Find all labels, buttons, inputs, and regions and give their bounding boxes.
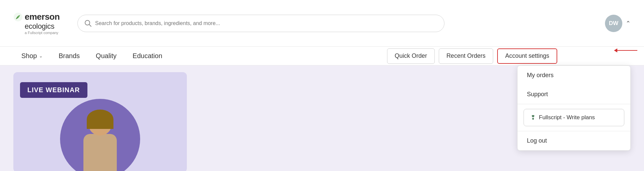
- person-body: [83, 134, 117, 171]
- search-bar: [77, 15, 444, 32]
- logo: emerson ecologics a Fullscript company: [13, 12, 67, 35]
- webinar-badge: LIVE WEBINAR: [20, 82, 87, 98]
- search-input[interactable]: [95, 20, 437, 26]
- nav-quality[interactable]: Quality: [88, 47, 124, 65]
- svg-line-2: [89, 24, 91, 26]
- nav-brands[interactable]: Brands: [51, 47, 88, 65]
- leaf-icon: [13, 12, 23, 22]
- nav-shop[interactable]: Shop ⌄: [13, 47, 51, 65]
- navbar: Shop ⌄ Brands Quality Education Quick Or…: [0, 47, 644, 65]
- dropdown-fullscript-button[interactable]: ❢ Fullscript - Write plans: [524, 109, 624, 126]
- logo-fullscript-text: a Fullscript company: [25, 31, 58, 35]
- account-settings-button[interactable]: Account settings: [497, 48, 557, 64]
- shop-chevron-icon: ⌄: [39, 53, 43, 58]
- dropdown-logout[interactable]: Log out: [518, 131, 630, 150]
- arrow-line: [617, 50, 637, 51]
- dropdown-divider: [518, 104, 630, 104]
- person-head: [88, 112, 112, 136]
- user-area: DW ⌃: [605, 15, 631, 32]
- dropdown-my-orders[interactable]: My orders: [518, 66, 630, 85]
- dropdown-menu: My orders Support ❢ Fullscript - Write p…: [517, 65, 631, 151]
- fullscript-heart-icon: ❢: [531, 114, 536, 121]
- quick-order-button[interactable]: Quick Order: [387, 48, 435, 64]
- person-shape: [77, 112, 123, 171]
- dropdown-support[interactable]: Support: [518, 85, 630, 104]
- arrow-annotation: [614, 48, 637, 52]
- hero-banner: LIVE WEBINAR: [13, 72, 187, 171]
- nav-education[interactable]: Education: [124, 47, 170, 65]
- chevron-up-icon[interactable]: ⌃: [626, 20, 631, 27]
- logo-ecologics-text: ecologics: [25, 22, 54, 31]
- logo-top: emerson: [13, 12, 60, 22]
- search-icon: [84, 20, 92, 27]
- header: emerson ecologics a Fullscript company D…: [0, 0, 644, 47]
- recent-orders-button[interactable]: Recent Orders: [439, 48, 493, 64]
- arrow-head-icon: [614, 48, 617, 52]
- avatar[interactable]: DW: [605, 15, 622, 32]
- person-hair: [87, 110, 113, 129]
- person-circle: [60, 99, 140, 171]
- logo-emerson-text: emerson: [25, 12, 60, 22]
- search-container: [77, 15, 444, 32]
